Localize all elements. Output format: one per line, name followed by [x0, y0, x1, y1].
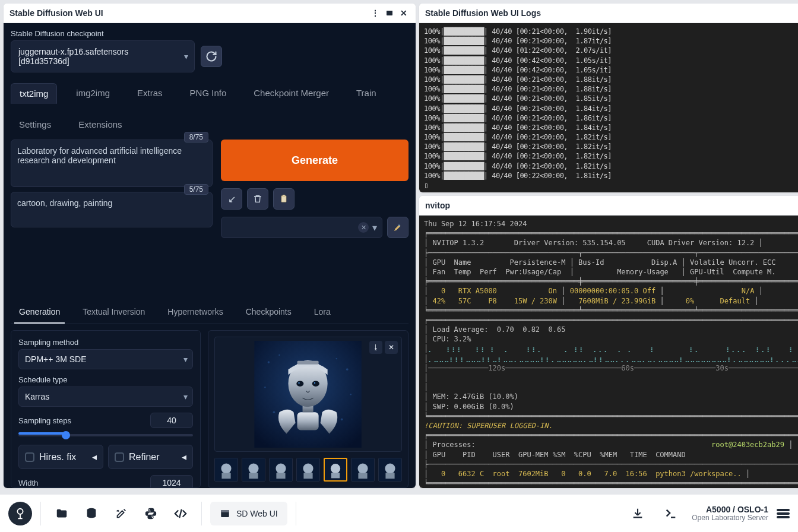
sampling-steps-label: Sampling steps [18, 416, 71, 425]
subtab-checkpoints[interactable]: Checkpoints [241, 301, 296, 324]
prompt-textarea[interactable]: 8/75 Laboratory for advanced artificial … [11, 140, 213, 187]
logo-icon[interactable] [8, 502, 32, 525]
gallery-panel: ⭳ ✕ [208, 330, 408, 488]
svg-rect-34 [331, 473, 340, 478]
svg-rect-28 [276, 473, 285, 479]
subtab-lora[interactable]: Lora [309, 301, 335, 324]
checkpoint-select[interactable]: juggernaut-x.fp16.safetensors [d91d35736… [11, 40, 195, 72]
refiner-accordion[interactable]: Refiner ◂ [108, 445, 193, 469]
main-tabs: txt2img img2img Extras PNG Info Checkpoi… [11, 83, 408, 135]
svg-rect-1 [387, 11, 392, 12]
close-image-button[interactable]: ✕ [385, 341, 398, 354]
svg-point-18 [314, 382, 315, 384]
svg-point-24 [248, 464, 258, 474]
sampling-method-label: Sampling method [18, 338, 193, 347]
svg-point-11 [279, 354, 280, 356]
svg-point-17 [299, 382, 300, 384]
gallery-main-image[interactable]: ⭳ ✕ [214, 337, 402, 452]
width-label: Width [18, 479, 38, 487]
checkpoint-label: Stable Diffusion checkpoint [11, 29, 408, 38]
terminal-icon[interactable] [658, 501, 683, 526]
schedule-type-select[interactable]: Karras [18, 387, 193, 407]
thumbnail-4[interactable] [296, 458, 320, 482]
svg-point-39 [385, 464, 395, 474]
database-icon[interactable] [79, 501, 104, 526]
thumbnail-7[interactable] [378, 458, 402, 482]
tools-icon[interactable] [109, 501, 134, 526]
svg-rect-19 [297, 360, 319, 364]
folder-icon[interactable] [49, 501, 74, 526]
logs-window-titlebar: Stable Diffusion Web UI Logs ⋮ ✕ [419, 4, 798, 23]
tab-img2img[interactable]: img2img [68, 83, 118, 104]
prompt-token-count: 8/75 [184, 132, 208, 142]
apply-style-button[interactable] [387, 217, 408, 238]
clipboard-button[interactable] [273, 188, 294, 210]
svg-point-27 [276, 464, 286, 474]
trash-button[interactable] [247, 188, 268, 210]
minimize-icon[interactable] [384, 7, 395, 19]
thumbnail-2[interactable] [242, 458, 265, 482]
svg-point-8 [341, 418, 343, 420]
svg-point-9 [265, 387, 266, 388]
hires-fix-accordion[interactable]: Hires. fix ◂ [18, 445, 103, 469]
thumbnail-3[interactable] [269, 458, 293, 482]
svg-rect-37 [358, 473, 367, 479]
thumbnail-1[interactable] [214, 458, 238, 482]
svg-point-36 [357, 464, 368, 474]
svg-point-10 [350, 394, 352, 395]
code-icon[interactable] [168, 501, 193, 526]
generate-button[interactable]: Generate [221, 140, 408, 181]
arrow-dl-button[interactable]: ↙ [221, 188, 242, 210]
sd-window-title: Stable Diffusion Web UI [10, 8, 367, 18]
thumbnail-6[interactable] [351, 458, 375, 482]
svg-rect-3 [283, 195, 285, 197]
chevron-left-icon: ◂ [182, 451, 186, 463]
svg-point-5 [268, 361, 270, 363]
tab-checkpoint-merger[interactable]: Checkpoint Merger [245, 83, 337, 104]
taskbar: SD Web UI A5000 / OSLO-1 Open Laboratory… [0, 494, 798, 532]
download-image-button[interactable]: ⭳ [369, 341, 382, 354]
svg-point-7 [273, 411, 276, 413]
svg-point-30 [303, 464, 313, 474]
sampling-method-select[interactable]: DPM++ 3M SDE [18, 349, 193, 369]
subtab-hypernetworks[interactable]: Hypernetworks [163, 301, 227, 324]
taskbar-active-tab[interactable]: SD Web UI [210, 502, 287, 525]
subtab-generation[interactable]: Generation [14, 301, 65, 324]
tab-extras[interactable]: Extras [129, 83, 171, 104]
svg-rect-40 [385, 473, 394, 479]
status-bars-icon[interactable] [777, 509, 790, 518]
nvitop-terminal[interactable]: Thu Sep 12 16:17:54 2024 (Press h for he… [419, 216, 798, 488]
tab-extensions[interactable]: Extensions [70, 115, 130, 134]
tab-pnginfo[interactable]: PNG Info [182, 83, 235, 104]
style-select[interactable]: ✕ ▾ [221, 217, 382, 238]
svg-point-33 [331, 464, 340, 473]
sampling-steps-input[interactable]: 40 [150, 413, 193, 428]
download-icon[interactable] [625, 501, 650, 526]
logs-window-title: Stable Diffusion Web UI Logs [425, 8, 798, 18]
python-icon[interactable] [138, 501, 163, 526]
svg-point-21 [221, 464, 231, 474]
robot-image [220, 341, 395, 448]
close-icon[interactable]: ✕ [398, 7, 410, 19]
logs-terminal[interactable]: 100%|██████████| 40/40 [00:21<00:00, 1.9… [419, 23, 798, 192]
kebab-icon[interactable]: ⋮ [369, 7, 381, 19]
sd-window-titlebar: Stable Diffusion Web UI ⋮ ✕ [4, 4, 416, 23]
svg-point-15 [297, 381, 304, 387]
svg-rect-25 [249, 473, 258, 479]
svg-point-6 [346, 368, 349, 370]
svg-rect-46 [221, 510, 229, 512]
sampling-steps-slider[interactable] [18, 434, 193, 436]
generation-settings: Sampling method DPM++ 3M SDE Schedule ty… [11, 330, 201, 488]
svg-rect-13 [297, 412, 319, 430]
negative-prompt-textarea[interactable]: 5/75 cartoon, drawing, painting [11, 192, 213, 227]
width-input[interactable]: 1024 [150, 475, 193, 488]
thumbnail-5[interactable] [324, 458, 347, 482]
chevron-left-icon: ◂ [92, 451, 97, 463]
tab-txt2img[interactable]: txt2img [11, 83, 57, 104]
subtab-textual-inversion[interactable]: Textual Inversion [78, 301, 150, 324]
refresh-checkpoints-button[interactable] [201, 46, 222, 67]
tab-settings[interactable]: Settings [11, 115, 59, 134]
schedule-type-label: Schedule type [18, 375, 193, 384]
server-label: A5000 / OSLO-1 Open Laboratory Server [692, 505, 768, 522]
tab-train[interactable]: Train [348, 83, 385, 104]
